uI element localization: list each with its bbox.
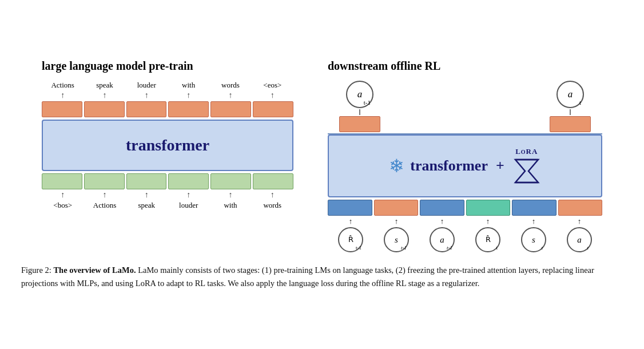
bottom-token-label-2: speak <box>126 201 168 210</box>
orange-block-2 <box>126 101 167 117</box>
orange-block-1 <box>84 101 125 117</box>
transformer-box-right: ❄ transformer + LORA <box>328 134 602 197</box>
bottom-circle-4: st <box>521 227 546 252</box>
right-orange-block-right <box>550 116 591 132</box>
right-title: downstream offline RL <box>328 60 440 73</box>
figure-label: Figure 2: <box>21 265 51 275</box>
bottom-token-labels: <bos> Actions speak louder with words <box>42 201 293 210</box>
lora-container: LORA <box>512 147 541 185</box>
green-block-4 <box>210 173 251 189</box>
token-label-3: with <box>168 81 209 90</box>
top-token-labels: Actions speak louder with words <eos> <box>42 81 293 90</box>
arrow-up-5: ↑ <box>252 91 293 100</box>
caption-bold: The overview of LaMo. <box>53 265 136 275</box>
bottom-token-label-4: with <box>209 201 251 210</box>
right-circle-row: R̂t-1 st-1 at-1 R̂t st at <box>328 227 602 252</box>
orange-block-3 <box>168 101 209 117</box>
top-arrows: ↑ ↑ ↑ ↑ ↑ ↑ <box>42 91 293 100</box>
transformer-label-right: transformer <box>410 157 488 174</box>
snowflake-icon: ❄ <box>389 155 404 177</box>
bottom-circle-3: R̂t <box>475 227 500 252</box>
orange-block-4 <box>210 101 251 117</box>
orange-block-5 <box>253 101 293 117</box>
right-orange-block-left <box>339 116 380 132</box>
top-circle-right: a t <box>556 81 584 108</box>
bottom-arrows: ↑ ↑ ↑ ↑ ↑ ↑ <box>42 191 293 200</box>
bottom-token-label-1: Actions <box>84 201 125 210</box>
bottom-circle-1: st-1 <box>384 227 409 252</box>
hourglass-icon <box>512 157 541 185</box>
token-label-5: <eos> <box>252 81 293 90</box>
token-label-0: Actions <box>42 81 84 90</box>
bottom-block-4 <box>512 200 556 216</box>
lora-label: LORA <box>515 147 538 156</box>
green-block-1 <box>84 173 125 189</box>
token-label-4: words <box>209 81 251 90</box>
bottom-token-label-3: louder <box>168 201 209 210</box>
figure-caption: Figure 2: The overview of LaMo. LaMo mai… <box>19 264 625 289</box>
orange-block-0 <box>42 101 82 117</box>
bottom-block-1 <box>374 200 419 216</box>
arrow-down-0: ↑ <box>42 191 84 200</box>
transformer-label-left: transformer <box>126 136 209 154</box>
arrow-down-3: ↑ <box>168 191 209 200</box>
bottom-block-5 <box>558 200 603 216</box>
left-diagram: large language model pre-train Actions s… <box>42 60 293 210</box>
right-bottom-arrows: ↑ ↑ ↑ ↑ ↑ ↑ <box>328 217 602 226</box>
green-blocks <box>42 173 293 189</box>
arrow-up-2: ↑ <box>126 91 168 100</box>
transformer-box-left: transformer <box>42 120 293 171</box>
plus-sign: + <box>496 157 504 174</box>
right-bottom-blocks <box>328 200 602 216</box>
bottom-circle-0: R̂t-1 <box>338 227 363 252</box>
arrow-up-1: ↑ <box>84 91 125 100</box>
token-label-1: speak <box>84 81 125 90</box>
bottom-block-2 <box>420 200 464 216</box>
green-block-2 <box>126 173 167 189</box>
arrow-up-3: ↑ <box>168 91 209 100</box>
bottom-circle-2: at-1 <box>430 227 455 252</box>
bottom-circle-5: at <box>567 227 592 252</box>
arrow-up-0: ↑ <box>42 91 84 100</box>
svg-marker-0 <box>515 160 538 183</box>
orange-blocks <box>42 101 293 117</box>
left-title: large language model pre-train <box>42 60 193 73</box>
arrow-down-1: ↑ <box>84 191 125 200</box>
arrow-down-4: ↑ <box>209 191 251 200</box>
arrow-down-5: ↑ <box>252 191 293 200</box>
token-label-2: louder <box>126 81 168 90</box>
green-block-5 <box>253 173 293 189</box>
top-circle-left: a t-1 <box>346 81 373 108</box>
right-diagram: downstream offline RL a t-1 a t <box>328 60 602 252</box>
arrow-down-2: ↑ <box>126 191 168 200</box>
bottom-block-0 <box>328 200 372 216</box>
bottom-block-3 <box>466 200 511 216</box>
bottom-token-label-5: words <box>252 201 293 210</box>
arrow-up-4: ↑ <box>209 91 251 100</box>
bottom-token-label-0: <bos> <box>42 201 84 210</box>
green-block-0 <box>42 173 82 189</box>
green-block-3 <box>168 173 209 189</box>
